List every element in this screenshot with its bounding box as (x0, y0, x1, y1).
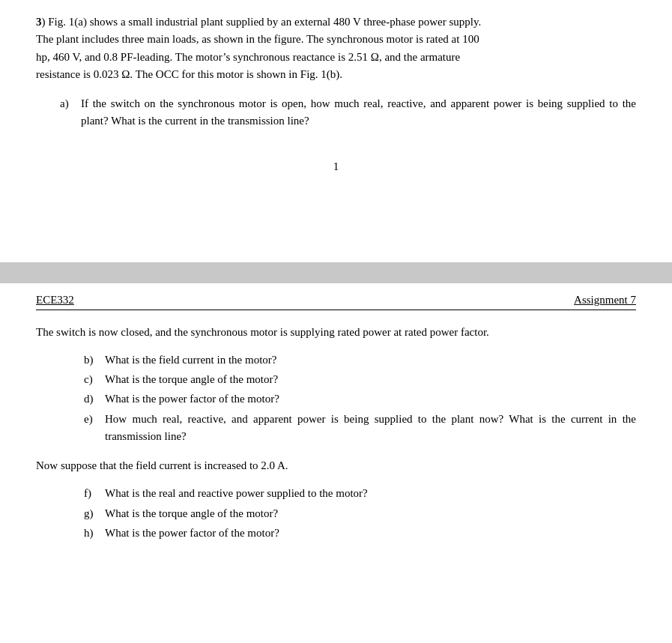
page: 3) Fig. 1(a) shows a small industrial pl… (0, 0, 672, 643)
sub-b-content: What is the field current in the motor? (105, 351, 636, 369)
question-paragraph: 3) Fig. 1(a) shows a small industrial pl… (36, 13, 636, 83)
sub-e-content: How much real, reactive, and apparent po… (105, 411, 636, 446)
question-text-part1: ) Fig. 1(a) shows a small industrial pla… (42, 16, 482, 28)
sub-a-content: If the switch on the synchronous motor i… (81, 95, 636, 130)
sub-h-content: What is the power factor of the motor? (105, 525, 636, 542)
page-bottom: ECE332 Assignment 7 The switch is now cl… (0, 283, 672, 644)
question-text-part3: hp, 460 V, and 0.8 PF-leading. The motor… (36, 51, 460, 63)
sub-g-label: g) (84, 505, 105, 522)
sub-question-f: f) What is the real and reactive power s… (84, 485, 636, 502)
sub-e-label: e) (84, 411, 105, 446)
sub-questions-fgh: f) What is the real and reactive power s… (60, 485, 636, 542)
page-divider (0, 262, 672, 283)
question-text-part4: resistance is 0.023 Ω. The OCC for this … (36, 68, 342, 80)
page-footer-header: ECE332 Assignment 7 (36, 283, 636, 310)
sub-d-content: What is the power factor of the motor? (105, 390, 636, 408)
sub-question-h: h) What is the power factor of the motor… (84, 525, 636, 542)
sub-g-content: What is the torque angle of the motor? (105, 505, 636, 522)
sub-c-label: c) (84, 371, 105, 388)
sub-question-d: d) What is the power factor of the motor… (84, 390, 636, 408)
sub-h-label: h) (84, 525, 105, 542)
sub-questions-bcde: b) What is the field current in the moto… (60, 351, 636, 445)
question-text-part2: The plant includes three main loads, as … (36, 33, 479, 45)
sub-b-label: b) (84, 351, 105, 369)
sub-question-e: e) How much real, reactive, and apparent… (84, 411, 636, 446)
sub-f-label: f) (84, 485, 105, 502)
assignment-label: Assignment 7 (574, 294, 636, 307)
field-current-paragraph: Now suppose that the field current is in… (36, 457, 636, 474)
sub-c-content: What is the torque angle of the motor? (105, 371, 636, 388)
question-number: 3 (36, 16, 42, 28)
sub-question-b: b) What is the field current in the moto… (84, 351, 636, 369)
course-label: ECE332 (36, 294, 74, 307)
intro-paragraph: The switch is now closed, and the synchr… (36, 324, 636, 341)
sub-question-g: g) What is the torque angle of the motor… (84, 505, 636, 522)
sub-question-c: c) What is the torque angle of the motor… (84, 371, 636, 388)
sub-d-label: d) (84, 390, 105, 408)
page-number-text: 1 (333, 160, 339, 172)
sub-a-label: a) (60, 95, 81, 130)
page-top: 3) Fig. 1(a) shows a small industrial pl… (0, 0, 672, 262)
page-number: 1 (36, 136, 636, 187)
sub-question-a: a) If the switch on the synchronous moto… (60, 95, 636, 130)
sub-f-content: What is the real and reactive power supp… (105, 485, 636, 502)
